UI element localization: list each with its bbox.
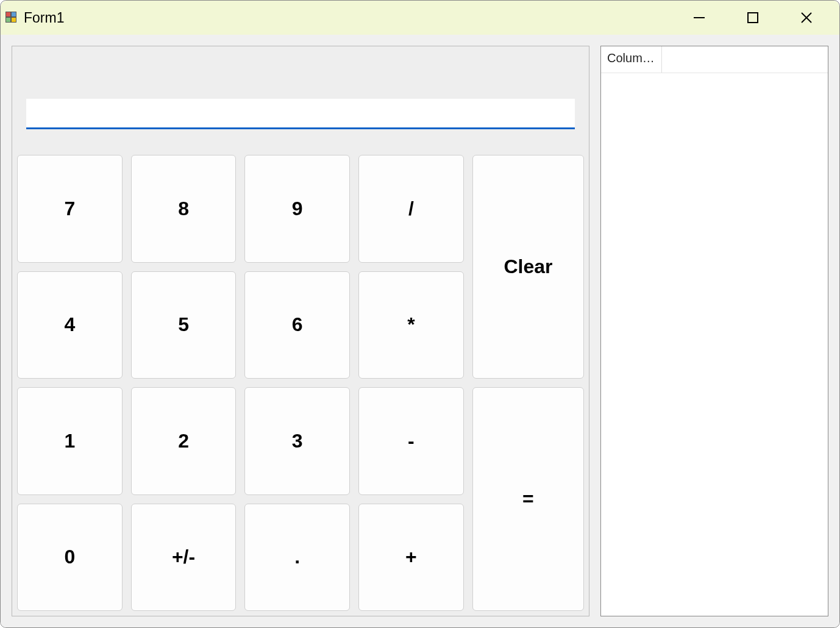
decimal-button[interactable]: . bbox=[244, 504, 350, 612]
list-body[interactable] bbox=[601, 73, 828, 616]
digit-9-button[interactable]: 9 bbox=[244, 155, 350, 263]
minimize-button[interactable] bbox=[685, 5, 714, 30]
digit-7-button[interactable]: 7 bbox=[17, 155, 123, 263]
multiply-button[interactable]: * bbox=[358, 271, 464, 379]
display-input[interactable] bbox=[26, 99, 575, 129]
sign-toggle-button[interactable]: +/- bbox=[131, 504, 237, 612]
svg-rect-1 bbox=[748, 13, 758, 23]
digit-0-button[interactable]: 0 bbox=[17, 504, 123, 612]
display-area bbox=[12, 46, 589, 150]
titlebar: Form1 bbox=[1, 1, 839, 35]
digit-2-button[interactable]: 2 bbox=[131, 387, 237, 495]
app-icon bbox=[5, 12, 18, 24]
subtract-button[interactable]: - bbox=[358, 387, 464, 495]
app-window: Form1 7 8 9 / bbox=[0, 0, 840, 628]
history-list[interactable]: Column... bbox=[600, 46, 828, 616]
button-grid: 7 8 9 / 4 5 6 * 1 2 3 - 0 +/- . + bbox=[12, 150, 589, 616]
window-title: Form1 bbox=[24, 10, 64, 26]
divide-button[interactable]: / bbox=[358, 155, 464, 263]
add-button[interactable]: + bbox=[358, 504, 464, 612]
digit-8-button[interactable]: 8 bbox=[131, 155, 237, 263]
client-area: 7 8 9 / 4 5 6 * 1 2 3 - 0 +/- . + bbox=[1, 35, 839, 627]
close-button[interactable] bbox=[792, 5, 821, 30]
digit-6-button[interactable]: 6 bbox=[244, 271, 350, 379]
window-controls bbox=[685, 5, 835, 30]
list-header: Column... bbox=[601, 46, 828, 73]
equals-button[interactable]: = bbox=[472, 387, 584, 611]
digit-4-button[interactable]: 4 bbox=[17, 271, 123, 379]
clear-button[interactable]: Clear bbox=[472, 155, 584, 379]
maximize-button[interactable] bbox=[738, 5, 767, 30]
digit-5-button[interactable]: 5 bbox=[131, 271, 237, 379]
digit-3-button[interactable]: 3 bbox=[244, 387, 350, 495]
digit-1-button[interactable]: 1 bbox=[17, 387, 123, 495]
column-header[interactable]: Column... bbox=[601, 46, 662, 73]
calculator-panel: 7 8 9 / 4 5 6 * 1 2 3 - 0 +/- . + bbox=[12, 46, 589, 616]
